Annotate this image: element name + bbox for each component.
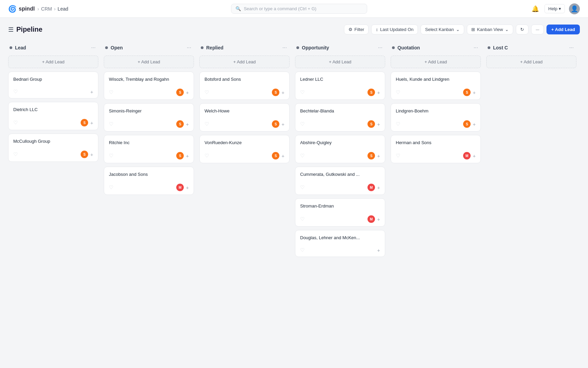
card-plus-douglas[interactable]: + <box>377 247 380 253</box>
add-lead-col-replied[interactable]: + Add Lead <box>199 56 290 68</box>
col-more-lost[interactable]: ··· <box>568 44 575 51</box>
search-area[interactable]: 🔍 Search or type a command (Ctrl + G) <box>231 4 367 14</box>
kanban-select-button[interactable]: Select Kanban ⌄ <box>421 25 464 34</box>
card-jacobson[interactable]: Jacobson and Sons♡M+ <box>104 167 194 195</box>
card-heart-lindgren[interactable]: ♡ <box>396 121 400 127</box>
card-welch[interactable]: Welch-Howe♡S+ <box>199 103 290 132</box>
card-lindgren[interactable]: Lindgren-Boehm♡S+ <box>391 103 481 132</box>
sort-button[interactable]: ↕ Last Updated On <box>371 25 418 34</box>
card-title-welch: Welch-Howe <box>205 108 284 113</box>
card-abshire[interactable]: Abshire-Quigley♡S+ <box>295 135 385 163</box>
help-label: Help <box>548 6 557 11</box>
breadcrumb-sep-1: › <box>37 6 39 12</box>
breadcrumb-crm[interactable]: CRM <box>41 6 52 12</box>
card-plus-ritchie[interactable]: + <box>186 153 189 159</box>
card-heart-vonrueden[interactable]: ♡ <box>205 153 209 159</box>
card-heart-simonis[interactable]: ♡ <box>109 121 113 127</box>
card-heart-ledner[interactable]: ♡ <box>300 89 305 95</box>
card-plus-dietrich[interactable]: + <box>90 120 93 126</box>
card-stroman[interactable]: Stroman-Erdman♡M+ <box>295 198 385 227</box>
card-plus-wisozk[interactable]: + <box>186 90 189 95</box>
notifications-button[interactable]: 🔔 <box>530 4 540 14</box>
card-heart-stroman[interactable]: ♡ <box>300 216 305 222</box>
add-lead-col-quotation[interactable]: + Add Lead <box>391 56 481 68</box>
card-plus-ledner[interactable]: + <box>377 90 380 95</box>
card-heart-wisozk[interactable]: ♡ <box>109 89 113 95</box>
card-plus-lindgren[interactable]: + <box>473 121 476 127</box>
card-right-mccullough: S+ <box>81 151 93 158</box>
card-avatar-abshire: S <box>368 152 375 159</box>
card-botsford[interactable]: Botsford and Sons♡S+ <box>199 72 290 100</box>
card-heart-abshire[interactable]: ♡ <box>300 153 305 159</box>
card-wisozk[interactable]: Wisozk, Tremblay and Rogahn♡S+ <box>104 72 194 100</box>
card-plus-mccullough[interactable]: + <box>90 152 93 157</box>
card-dietrich[interactable]: Dietrich LLC♡S+ <box>8 102 98 130</box>
card-herman[interactable]: Herman and Sons♡M+ <box>391 135 481 163</box>
column-replied: Replied···+ Add LeadBotsford and Sons♡S+… <box>199 41 290 355</box>
card-heart-jacobson[interactable]: ♡ <box>109 184 113 190</box>
col-dot-replied <box>201 46 203 49</box>
kanban-view-button[interactable]: ⊞ Kanban View ⌄ <box>467 25 513 34</box>
col-more-quotation[interactable]: ··· <box>472 44 479 51</box>
refresh-button[interactable]: ↻ <box>516 25 528 34</box>
card-cummerata[interactable]: Cummerata, Gutkowski and ...♡M+ <box>295 167 385 195</box>
add-lead-button[interactable]: + Add Lead <box>546 25 580 34</box>
card-heart-herman[interactable]: ♡ <box>396 153 400 159</box>
card-plus-stroman[interactable]: + <box>377 216 380 222</box>
card-footer-jacobson: ♡M+ <box>109 184 189 191</box>
card-heart-huels[interactable]: ♡ <box>396 89 400 95</box>
add-lead-col-lead[interactable]: + Add Lead <box>8 56 98 68</box>
card-plus-herman[interactable]: + <box>473 153 476 159</box>
col-more-opportunity[interactable]: ··· <box>377 44 384 51</box>
card-bechtelar[interactable]: Bechtelar-Blanda♡S+ <box>295 103 385 132</box>
add-lead-col-opportunity[interactable]: + Add Lead <box>295 56 385 68</box>
card-plus-cummerata[interactable]: + <box>377 185 380 190</box>
column-opportunity: Opportunity···+ Add LeadLedner LLC♡S+Bec… <box>295 41 385 355</box>
card-simonis[interactable]: Simonis-Reinger♡S+ <box>104 103 194 132</box>
more-options-button[interactable]: ··· <box>531 25 544 34</box>
card-title-huels: Huels, Kunde and Lindgren <box>396 77 476 82</box>
sort-label: Last Updated On <box>380 27 413 32</box>
card-ledner[interactable]: Ledner LLC♡S+ <box>295 72 385 100</box>
card-heart-dietrich[interactable]: ♡ <box>13 120 18 126</box>
card-plus-botsford[interactable]: + <box>281 90 284 95</box>
add-lead-col-open[interactable]: + Add Lead <box>104 56 194 68</box>
card-right-lindgren: S+ <box>463 120 476 128</box>
user-avatar[interactable]: 👤 <box>569 3 580 14</box>
help-button[interactable]: Help ▾ <box>544 4 565 13</box>
card-heart-botsford[interactable]: ♡ <box>205 89 209 95</box>
card-huels[interactable]: Huels, Kunde and Lindgren♡S+ <box>391 72 481 100</box>
col-more-replied[interactable]: ··· <box>281 44 288 51</box>
card-plus-jacobson[interactable]: + <box>186 185 189 190</box>
card-ritchie[interactable]: Ritchie Inc♡S+ <box>104 135 194 163</box>
card-heart-bednari[interactable]: ♡ <box>13 89 18 95</box>
col-header-opportunity: Opportunity··· <box>295 41 385 56</box>
card-heart-bechtelar[interactable]: ♡ <box>300 121 305 127</box>
card-bednari[interactable]: Bednari Group♡+ <box>8 72 98 98</box>
card-heart-cummerata[interactable]: ♡ <box>300 184 305 190</box>
add-lead-col-lost[interactable]: + Add Lead <box>486 56 576 68</box>
card-heart-ritchie[interactable]: ♡ <box>109 153 113 159</box>
search-box[interactable]: 🔍 Search or type a command (Ctrl + G) <box>231 4 367 14</box>
card-plus-huels[interactable]: + <box>473 90 476 95</box>
card-plus-bednari[interactable]: + <box>90 89 93 95</box>
card-avatar-wisozk: S <box>176 89 184 96</box>
card-mccullough[interactable]: McCullough Group♡S+ <box>8 134 98 162</box>
card-heart-welch[interactable]: ♡ <box>205 121 209 127</box>
card-vonrueden[interactable]: VonRueden-Kunze♡S+ <box>199 135 290 163</box>
card-heart-douglas[interactable]: ♡ <box>300 247 305 253</box>
filter-button[interactable]: ⚙ Filter <box>344 25 369 34</box>
card-plus-abshire[interactable]: + <box>377 153 380 159</box>
col-more-open[interactable]: ··· <box>185 44 193 51</box>
card-plus-welch[interactable]: + <box>281 121 284 127</box>
card-douglas[interactable]: Douglas, Lehner and McKen...♡+ <box>295 230 385 257</box>
card-plus-vonrueden[interactable]: + <box>281 153 284 159</box>
card-title-wisozk: Wisozk, Tremblay and Rogahn <box>109 77 189 82</box>
card-avatar-lindgren: S <box>463 120 471 128</box>
card-plus-simonis[interactable]: + <box>186 121 189 127</box>
card-plus-bechtelar[interactable]: + <box>377 121 380 127</box>
card-heart-mccullough[interactable]: ♡ <box>13 151 18 157</box>
col-dot-opportunity <box>296 46 299 49</box>
col-more-lead[interactable]: ··· <box>90 44 97 51</box>
logo[interactable]: 🌀 spindl <box>8 5 35 13</box>
